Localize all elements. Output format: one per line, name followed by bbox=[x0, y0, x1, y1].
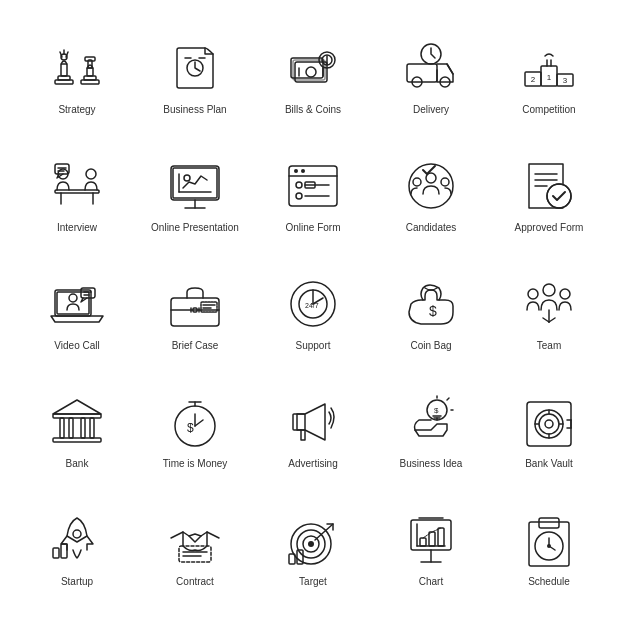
icon-cell-contract[interactable]: Contract bbox=[140, 494, 250, 604]
svg-text:$: $ bbox=[187, 421, 194, 435]
icon-cell-candidates[interactable]: Candidates bbox=[376, 140, 486, 250]
svg-point-111 bbox=[545, 420, 553, 428]
icon-cell-business-idea[interactable]: $ Business Idea bbox=[376, 376, 486, 486]
icon-cell-startup[interactable]: Startup bbox=[22, 494, 132, 604]
svg-point-146 bbox=[547, 544, 551, 548]
icon-cell-delivery[interactable]: Delivery bbox=[376, 22, 486, 132]
svg-rect-122 bbox=[179, 546, 211, 562]
svg-point-110 bbox=[539, 414, 559, 434]
svg-point-13 bbox=[306, 67, 316, 77]
icon-label-delivery: Delivery bbox=[413, 104, 449, 116]
icon-label-time-is-money: Time is Money bbox=[163, 458, 228, 470]
svg-rect-8 bbox=[85, 57, 95, 61]
svg-text:3: 3 bbox=[563, 76, 568, 85]
icon-label-candidates: Candidates bbox=[406, 222, 457, 234]
svg-rect-120 bbox=[53, 548, 59, 558]
svg-text:$: $ bbox=[434, 406, 439, 415]
icon-label-brief-case: Brief Case bbox=[172, 340, 219, 352]
svg-point-87 bbox=[560, 289, 570, 299]
svg-line-84 bbox=[543, 318, 549, 322]
icon-grid: Strategy Business Plan Bills & Coins bbox=[2, 2, 624, 624]
svg-point-119 bbox=[73, 530, 81, 538]
svg-text:1: 1 bbox=[547, 73, 552, 82]
icon-label-chart: Chart bbox=[419, 576, 443, 588]
svg-point-86 bbox=[528, 289, 538, 299]
svg-point-46 bbox=[294, 169, 298, 173]
svg-rect-138 bbox=[420, 538, 426, 546]
icon-label-approved-form: Approved Form bbox=[515, 222, 584, 234]
icon-cell-online-form[interactable]: Online Form bbox=[258, 140, 368, 250]
icon-cell-interview[interactable]: Interview bbox=[22, 140, 132, 250]
svg-text:2: 2 bbox=[531, 75, 536, 84]
svg-text:$: $ bbox=[429, 303, 437, 319]
icon-cell-bank[interactable]: Bank bbox=[22, 376, 132, 486]
svg-point-128 bbox=[308, 541, 314, 547]
svg-rect-142 bbox=[539, 518, 559, 528]
icon-label-contract: Contract bbox=[176, 576, 214, 588]
svg-rect-94 bbox=[90, 418, 94, 438]
icon-label-bills-coins: Bills & Coins bbox=[285, 104, 341, 116]
svg-point-48 bbox=[296, 182, 302, 188]
icon-cell-online-presentation[interactable]: Online Presentation bbox=[140, 140, 250, 250]
icon-label-bank-vault: Bank Vault bbox=[525, 458, 573, 470]
svg-point-82 bbox=[543, 284, 555, 296]
icon-label-schedule: Schedule bbox=[528, 576, 570, 588]
icon-cell-coin-bag[interactable]: $ Coin Bag bbox=[376, 258, 486, 368]
svg-text:24/7: 24/7 bbox=[305, 302, 319, 309]
svg-rect-101 bbox=[293, 414, 305, 430]
svg-line-99 bbox=[195, 420, 203, 426]
svg-rect-121 bbox=[61, 544, 67, 558]
icon-cell-bank-vault[interactable]: Bank Vault bbox=[494, 376, 604, 486]
icon-cell-competition[interactable]: 1 2 3 Competition bbox=[494, 22, 604, 132]
svg-rect-6 bbox=[87, 68, 93, 76]
icon-cell-strategy[interactable]: Strategy bbox=[22, 22, 132, 132]
svg-point-64 bbox=[69, 294, 77, 302]
icon-label-interview: Interview bbox=[57, 222, 97, 234]
svg-rect-2 bbox=[61, 64, 67, 76]
icon-cell-chart[interactable]: Chart bbox=[376, 494, 486, 604]
svg-point-55 bbox=[413, 178, 421, 186]
icon-cell-bills-coins[interactable]: Bills & Coins bbox=[258, 22, 368, 132]
icon-cell-target[interactable]: Target bbox=[258, 494, 368, 604]
icon-cell-video-call[interactable]: Video Call bbox=[22, 258, 132, 368]
icon-cell-team[interactable]: Team bbox=[494, 258, 604, 368]
svg-point-56 bbox=[441, 178, 449, 186]
svg-point-30 bbox=[86, 169, 96, 179]
svg-point-43 bbox=[184, 175, 190, 181]
svg-rect-91 bbox=[60, 418, 64, 438]
icon-cell-brief-case[interactable]: Brief Case bbox=[140, 258, 250, 368]
icon-label-target: Target bbox=[299, 576, 327, 588]
icon-label-support: Support bbox=[295, 340, 330, 352]
svg-line-106 bbox=[447, 398, 449, 400]
svg-rect-108 bbox=[527, 402, 571, 446]
svg-point-47 bbox=[301, 169, 305, 173]
icon-label-online-presentation: Online Presentation bbox=[151, 222, 239, 234]
svg-rect-140 bbox=[438, 528, 444, 546]
svg-rect-93 bbox=[81, 418, 85, 438]
icon-cell-time-is-money[interactable]: $ Time is Money bbox=[140, 376, 250, 486]
svg-rect-92 bbox=[69, 418, 73, 438]
svg-point-51 bbox=[296, 193, 302, 199]
svg-marker-88 bbox=[53, 400, 101, 414]
icon-label-online-form: Online Form bbox=[285, 222, 340, 234]
icon-cell-business-plan[interactable]: Business Plan bbox=[140, 22, 250, 132]
icon-label-bank: Bank bbox=[66, 458, 89, 470]
svg-rect-139 bbox=[429, 532, 435, 546]
svg-rect-12 bbox=[295, 62, 327, 82]
icon-label-startup: Startup bbox=[61, 576, 93, 588]
icon-cell-schedule[interactable]: Schedule bbox=[494, 494, 604, 604]
icon-label-strategy: Strategy bbox=[58, 104, 95, 116]
icon-label-competition: Competition bbox=[522, 104, 575, 116]
icon-cell-approved-form[interactable]: Approved Form bbox=[494, 140, 604, 250]
icon-label-team: Team bbox=[537, 340, 561, 352]
icon-label-business-idea: Business Idea bbox=[400, 458, 463, 470]
svg-line-85 bbox=[549, 318, 555, 322]
icon-label-coin-bag: Coin Bag bbox=[410, 340, 451, 352]
icon-label-advertising: Advertising bbox=[288, 458, 337, 470]
icon-label-business-plan: Business Plan bbox=[163, 104, 226, 116]
icon-cell-advertising[interactable]: Advertising bbox=[258, 376, 368, 486]
icon-label-video-call: Video Call bbox=[54, 340, 99, 352]
icon-cell-support[interactable]: 24/7 Support bbox=[258, 258, 368, 368]
